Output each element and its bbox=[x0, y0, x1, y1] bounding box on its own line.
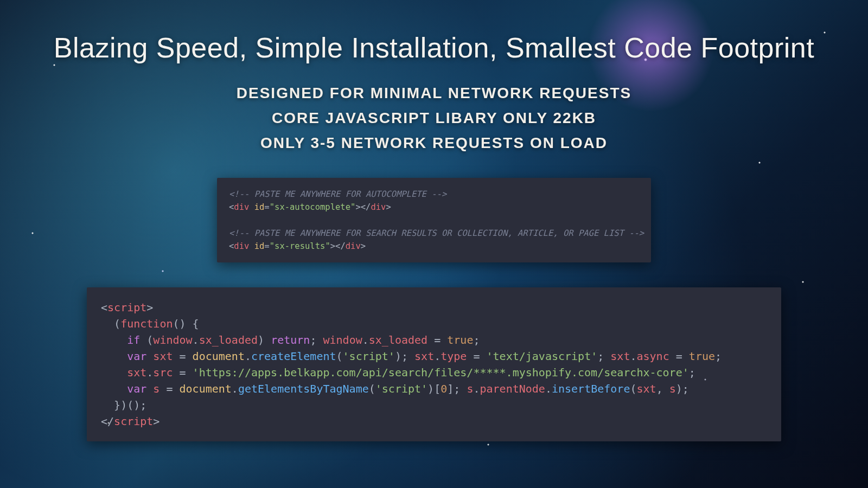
src-url: https://apps.belkapp.com/api/search/file… bbox=[199, 366, 682, 379]
div-id: sx-results bbox=[275, 241, 325, 251]
slide: Blazing Speed, Simple Installation, Smal… bbox=[0, 0, 868, 488]
subtitle-line: ONLY 3-5 NETWORK REQUESTS ON LOAD bbox=[260, 134, 608, 152]
tag-open: script bbox=[107, 301, 146, 314]
html-snippet: <!-- PASTE ME ANYWHERE FOR AUTOCOMPLETE … bbox=[229, 188, 639, 253]
js-snippet-box: <script> (function() { if (window.sx_loa… bbox=[87, 287, 781, 441]
subtitle-group: DESIGNED FOR MINIMAL NETWORK REQUESTS CO… bbox=[0, 85, 868, 152]
slide-title: Blazing Speed, Simple Installation, Smal… bbox=[0, 31, 868, 64]
code-comment: <!-- PASTE ME ANYWHERE FOR AUTOCOMPLETE … bbox=[229, 189, 446, 199]
subtitle-line: CORE JAVASCRIPT LIBARY ONLY 22KB bbox=[272, 110, 596, 127]
tag-close: script bbox=[114, 415, 153, 428]
html-snippet-box: <!-- PASTE ME ANYWHERE FOR AUTOCOMPLETE … bbox=[217, 178, 651, 262]
code-comment: <!-- PASTE ME ANYWHERE FOR SEARCH RESULT… bbox=[229, 228, 644, 238]
subtitle-line: DESIGNED FOR MINIMAL NETWORK REQUESTS bbox=[237, 85, 631, 102]
js-snippet: <script> (function() { if (window.sx_loa… bbox=[101, 299, 767, 429]
div-id: sx-autocomplete bbox=[275, 202, 350, 212]
